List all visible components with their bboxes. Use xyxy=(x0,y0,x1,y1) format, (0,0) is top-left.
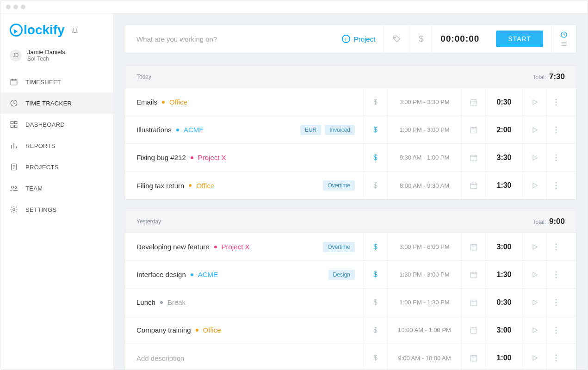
billable-toggle[interactable]: $ xyxy=(363,88,387,116)
time-range[interactable]: 1:00 PM - 1:30 PM xyxy=(387,289,461,316)
entry-tag[interactable]: Overtime xyxy=(323,242,355,252)
project-name[interactable]: ACME xyxy=(184,126,204,134)
entry-menu-button[interactable] xyxy=(546,144,565,171)
continue-button[interactable] xyxy=(522,233,546,260)
tracker-mode-toggle[interactable] xyxy=(551,25,576,53)
continue-button[interactable] xyxy=(522,172,546,199)
time-entry[interactable]: Add description $ 9:00 AM - 10:00 AM 1:0… xyxy=(125,344,576,370)
project-name[interactable]: Office xyxy=(203,326,221,334)
time-range[interactable]: 9:00 AM - 10:00 AM xyxy=(387,344,461,370)
time-range[interactable]: 1:30 PM - 3:00 PM xyxy=(387,261,461,288)
continue-button[interactable] xyxy=(522,116,546,143)
time-entry[interactable]: IllustrationsACME EURInvoiced $ 1:00 PM … xyxy=(125,116,576,144)
continue-button[interactable] xyxy=(522,261,546,288)
entry-tag[interactable]: Invoiced xyxy=(325,125,355,135)
billable-toggle[interactable]: $ xyxy=(363,144,387,171)
entry-menu-button[interactable] xyxy=(546,172,565,199)
date-picker-button[interactable] xyxy=(461,172,485,199)
sidebar-item-dashboard[interactable]: DASHBOARD xyxy=(0,114,113,135)
time-range[interactable]: 10:00 AM - 1:00 PM xyxy=(387,316,461,344)
date-picker-button[interactable] xyxy=(461,88,485,116)
entry-menu-button[interactable] xyxy=(546,316,565,344)
notifications-icon[interactable] xyxy=(71,26,79,34)
duration[interactable]: 3:30 xyxy=(485,144,522,171)
duration[interactable]: 1:30 xyxy=(485,172,522,199)
tracker-tag-button[interactable] xyxy=(384,25,410,53)
start-button[interactable]: START xyxy=(496,31,543,47)
entry-title[interactable]: Filing tax return xyxy=(136,182,184,190)
time-range[interactable]: 3:00 PM - 3:30 PM xyxy=(387,88,461,116)
entry-description-input[interactable]: Add description xyxy=(136,354,184,362)
entry-menu-button[interactable] xyxy=(546,261,565,288)
entry-menu-button[interactable] xyxy=(546,116,565,143)
date-picker-button[interactable] xyxy=(461,261,485,288)
entry-title[interactable]: Company training xyxy=(136,326,191,334)
billable-toggle[interactable]: $ xyxy=(363,233,387,260)
duration[interactable]: 2:00 xyxy=(485,116,522,143)
entry-title[interactable]: Interface design xyxy=(136,271,186,278)
project-name[interactable]: Break xyxy=(167,298,186,306)
billable-toggle[interactable]: $ xyxy=(363,261,387,288)
time-range[interactable]: 1:00 PM - 3:00 PM xyxy=(387,116,461,143)
duration[interactable]: 1:00 xyxy=(485,344,522,370)
billable-toggle[interactable]: $ xyxy=(363,172,387,199)
tracker-description-input[interactable]: What are you working on? xyxy=(125,25,334,53)
continue-button[interactable] xyxy=(522,289,546,316)
time-range[interactable]: 3:00 PM - 6:00 PM xyxy=(387,233,461,260)
project-name[interactable]: Office xyxy=(196,182,214,190)
entry-menu-button[interactable] xyxy=(546,233,565,260)
time-entry[interactable]: Company trainingOffice $ 10:00 AM - 1:00… xyxy=(125,316,576,344)
date-picker-button[interactable] xyxy=(461,144,485,171)
sidebar-item-timesheet[interactable]: TIMESHEET xyxy=(0,71,113,92)
date-picker-button[interactable] xyxy=(461,344,485,370)
sidebar-item-settings[interactable]: SETTINGS xyxy=(0,199,113,220)
entry-title[interactable]: Illustrations xyxy=(136,126,172,134)
continue-button[interactable] xyxy=(522,344,546,370)
entry-menu-button[interactable] xyxy=(546,88,565,116)
duration[interactable]: 3:00 xyxy=(485,233,522,260)
continue-button[interactable] xyxy=(522,144,546,171)
date-picker-button[interactable] xyxy=(461,316,485,344)
time-entry[interactable]: LunchBreak $ 1:00 PM - 1:30 PM 0:30 xyxy=(125,289,576,316)
billable-toggle[interactable]: $ xyxy=(363,289,387,316)
entry-title[interactable]: Emails xyxy=(136,98,157,106)
time-entry[interactable]: Filing tax returnOffice Overtime $ 8:00 … xyxy=(125,172,576,199)
duration[interactable]: 1:30 xyxy=(485,261,522,288)
sidebar-item-projects[interactable]: PROJECTS xyxy=(0,156,113,178)
billable-toggle[interactable]: $ xyxy=(363,116,387,143)
entry-menu-button[interactable] xyxy=(546,289,565,316)
date-picker-button[interactable] xyxy=(461,289,485,316)
entry-tag[interactable]: EUR xyxy=(300,125,321,135)
duration[interactable]: 3:00 xyxy=(485,316,522,344)
entry-menu-button[interactable] xyxy=(546,344,565,370)
billable-toggle[interactable]: $ xyxy=(363,316,387,344)
tracker-project-picker[interactable]: + Project xyxy=(334,25,384,53)
time-entry[interactable]: Fixing bug #212Project X $ 9:30 AM - 1:0… xyxy=(125,144,576,172)
entry-title[interactable]: Lunch xyxy=(136,298,155,306)
duration[interactable]: 0:30 xyxy=(485,88,522,116)
time-entry[interactable]: Developing new featureProject X Overtime… xyxy=(125,233,576,261)
project-name[interactable]: Office xyxy=(169,98,187,106)
time-entry[interactable]: EmailsOffice $ 3:00 PM - 3:30 PM 0:30 xyxy=(125,88,576,116)
sidebar-item-timetracker[interactable]: TIME TRACKER xyxy=(0,92,113,114)
project-name[interactable]: Project X xyxy=(198,154,226,161)
entry-title[interactable]: Fixing bug #212 xyxy=(136,154,186,161)
user-block[interactable]: JD Jamie Daniels Sol-Tech xyxy=(0,49,113,71)
time-range[interactable]: 8:00 AM - 9:30 AM xyxy=(387,172,461,199)
billable-toggle[interactable]: $ xyxy=(363,344,387,370)
project-name[interactable]: Project X xyxy=(222,243,250,251)
continue-button[interactable] xyxy=(522,88,546,116)
continue-button[interactable] xyxy=(522,316,546,344)
entry-tag[interactable]: Overtime xyxy=(323,180,355,191)
entry-tag[interactable]: Design xyxy=(328,270,355,280)
project-name[interactable]: ACME xyxy=(198,271,218,278)
entry-title[interactable]: Developing new feature xyxy=(136,243,210,251)
tracker-billable-toggle[interactable]: $ xyxy=(410,25,432,53)
time-entry[interactable]: Interface designACME Design $ 1:30 PM - … xyxy=(125,261,576,289)
date-picker-button[interactable] xyxy=(461,233,485,260)
sidebar-item-reports[interactable]: REPORTS xyxy=(0,135,113,156)
sidebar-item-team[interactable]: TEAM xyxy=(0,178,113,199)
duration[interactable]: 0:30 xyxy=(485,289,522,316)
date-picker-button[interactable] xyxy=(461,116,485,143)
time-range[interactable]: 9:30 AM - 1:00 PM xyxy=(387,144,461,171)
